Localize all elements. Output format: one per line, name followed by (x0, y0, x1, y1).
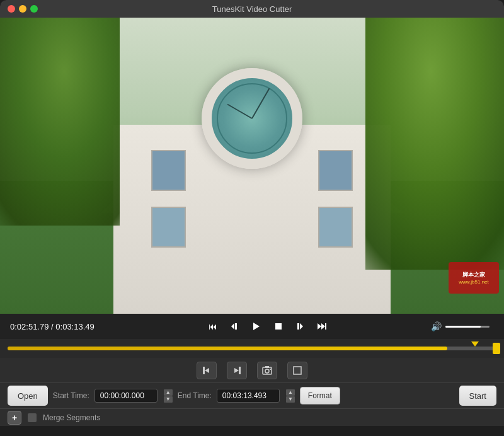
svg-rect-8 (325, 323, 326, 330)
maximize-button[interactable] (30, 5, 38, 13)
start-button[interactable]: Start (459, 386, 496, 406)
editor-controls (0, 358, 504, 383)
video-player[interactable]: 脚本之家 www.jb51.net (0, 18, 504, 314)
clock (202, 68, 302, 169)
watermark-line1: 脚本之家 (462, 271, 485, 279)
controls-bar: 0:02:51.79 / 0:03:13.49 ⏮ (0, 314, 504, 339)
svg-rect-17 (294, 367, 301, 374)
svg-marker-2 (253, 323, 260, 330)
end-time-value[interactable]: 00:03:13.493 (217, 389, 280, 403)
svg-marker-7 (321, 323, 325, 330)
format-button[interactable]: Format (300, 387, 340, 404)
time-display: 0:02:51.79 / 0:03:13.49 (10, 322, 105, 331)
svg-rect-1 (235, 323, 237, 330)
svg-rect-12 (239, 367, 241, 374)
svg-marker-5 (300, 323, 303, 330)
window-right-lower (318, 207, 353, 248)
tree-right (365, 18, 504, 270)
total-time: 0:03:13.49 (55, 322, 94, 331)
mark-out-button[interactable] (227, 362, 247, 379)
svg-marker-11 (234, 368, 239, 373)
svg-marker-10 (205, 368, 209, 373)
volume-slider[interactable] (445, 326, 490, 328)
fast-forward-button[interactable] (313, 319, 331, 333)
start-time-up[interactable]: ▲ (164, 389, 173, 396)
end-time-down[interactable]: ▼ (286, 396, 295, 403)
timeline-head (471, 341, 479, 347)
play-button[interactable] (248, 319, 265, 334)
video-scene (0, 18, 504, 314)
title-bar: TunesKit Video Cutter (0, 0, 504, 18)
add-segment-button[interactable]: + (8, 411, 21, 425)
svg-marker-0 (231, 323, 234, 330)
start-time-stepper: ▲ ▼ (164, 389, 173, 403)
window-right-upper (318, 150, 353, 191)
stop-button[interactable] (270, 319, 287, 333)
time-controls: Open Start Time: 00:00:00.000 ▲ ▼ End Ti… (0, 383, 504, 408)
svg-marker-6 (318, 323, 321, 330)
timeline-progress (8, 347, 447, 350)
merge-label: Merge Segments (43, 413, 100, 422)
bottom-toolbar: Open Start Time: 00:00:00.000 ▲ ▼ End Ti… (0, 358, 504, 408)
open-button[interactable]: Open (8, 386, 48, 406)
svg-rect-4 (297, 323, 299, 330)
status-bar: + Merge Segments (0, 408, 504, 426)
window-left-upper (151, 150, 186, 191)
current-time: 0:02:51.79 (10, 322, 49, 331)
volume-fill (445, 326, 481, 328)
timeline-track[interactable] (8, 347, 496, 350)
segment-button[interactable] (287, 362, 307, 379)
timeline-handle[interactable] (493, 343, 500, 354)
volume-icon: 🔊 (431, 321, 442, 331)
playback-controls: ⏮ (112, 319, 423, 334)
close-button[interactable] (8, 5, 15, 13)
segment-indicator (28, 413, 37, 422)
end-time-stepper: ▲ ▼ (286, 389, 295, 403)
window-left-lower (151, 207, 186, 248)
app-title: TunesKit Video Cutter (212, 4, 292, 14)
end-time-label: End Time: (178, 391, 212, 400)
svg-rect-9 (203, 367, 205, 374)
minimize-button[interactable] (19, 5, 26, 13)
volume-area: 🔊 (431, 321, 494, 331)
step-back-button[interactable]: ⏮ (205, 319, 221, 334)
timeline-area[interactable] (0, 339, 504, 358)
frame-back-button[interactable] (226, 319, 243, 333)
watermark: 脚本之家 www.jb51.net (449, 262, 499, 294)
start-time-value[interactable]: 00:00:00.000 (94, 389, 158, 403)
svg-rect-3 (275, 323, 282, 330)
end-time-up[interactable]: ▲ (286, 389, 295, 396)
svg-point-14 (265, 369, 269, 373)
svg-rect-15 (265, 366, 269, 368)
screenshot-button[interactable] (257, 362, 277, 379)
frame-forward-button[interactable] (292, 319, 308, 333)
watermark-line2: www.jb51.net (459, 279, 489, 285)
start-time-label: Start Time: (53, 391, 89, 400)
tree-left (0, 18, 120, 226)
window-controls (8, 5, 38, 13)
mark-in-button[interactable] (197, 362, 217, 379)
svg-rect-16 (270, 369, 271, 370)
start-time-down[interactable]: ▼ (164, 396, 173, 403)
